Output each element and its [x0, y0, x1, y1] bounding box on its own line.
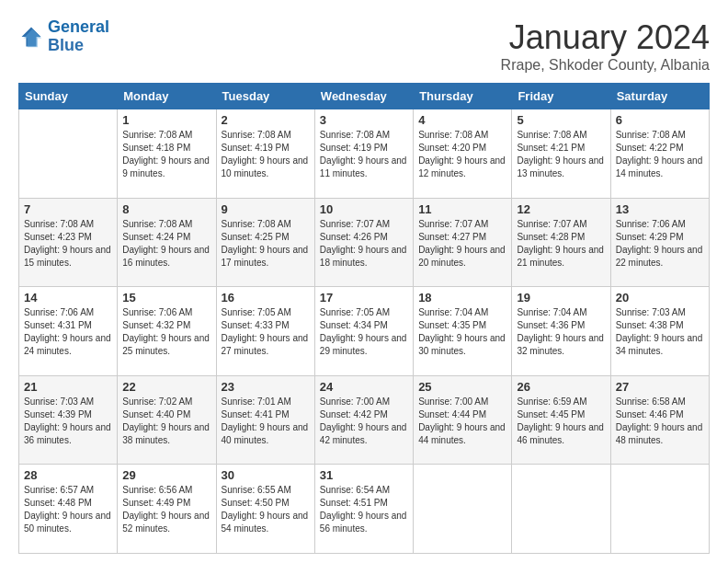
- calendar-cell: 1Sunrise: 7:08 AMSunset: 4:18 PMDaylight…: [118, 109, 216, 199]
- page: General Blue January 2024 Rrape, Shkoder…: [0, 0, 728, 563]
- day-number: 25: [418, 380, 506, 394]
- day-number: 13: [616, 202, 704, 216]
- day-number: 20: [616, 291, 704, 304]
- day-info: Sunrise: 7:03 AMSunset: 4:38 PMDaylight:…: [616, 306, 704, 358]
- day-number: 15: [122, 291, 210, 304]
- day-number: 17: [320, 291, 408, 304]
- calendar-cell: 19Sunrise: 7:04 AMSunset: 4:36 PMDayligh…: [512, 287, 610, 376]
- calendar-cell: 23Sunrise: 7:01 AMSunset: 4:41 PMDayligh…: [216, 375, 314, 465]
- day-info: Sunrise: 7:00 AMSunset: 4:44 PMDaylight:…: [418, 396, 506, 447]
- day-header-saturday: Saturday: [610, 84, 709, 109]
- day-header-friday: Friday: [512, 84, 610, 109]
- calendar-cell: 16Sunrise: 7:05 AMSunset: 4:33 PMDayligh…: [216, 287, 314, 376]
- day-info: Sunrise: 7:05 AMSunset: 4:34 PMDaylight:…: [320, 306, 408, 358]
- calendar-cell: 30Sunrise: 6:55 AMSunset: 4:50 PMDayligh…: [216, 465, 314, 554]
- day-info: Sunrise: 6:58 AMSunset: 4:46 PMDaylight:…: [616, 396, 704, 447]
- calendar-cell: [512, 465, 610, 554]
- day-info: Sunrise: 6:54 AMSunset: 4:51 PMDaylight:…: [320, 484, 408, 535]
- day-info: Sunrise: 7:00 AMSunset: 4:42 PMDaylight:…: [320, 396, 408, 447]
- day-info: Sunrise: 7:08 AMSunset: 4:20 PMDaylight:…: [418, 129, 506, 180]
- day-number: 31: [320, 468, 408, 482]
- logo-general: General: [48, 17, 109, 36]
- day-number: 8: [122, 202, 210, 216]
- calendar-cell: 22Sunrise: 7:02 AMSunset: 4:40 PMDayligh…: [118, 375, 216, 465]
- day-number: 22: [122, 380, 210, 394]
- calendar-cell: 14Sunrise: 7:06 AMSunset: 4:31 PMDayligh…: [19, 287, 118, 376]
- day-info: Sunrise: 7:04 AMSunset: 4:35 PMDaylight:…: [418, 306, 506, 358]
- calendar-week-row: 21Sunrise: 7:03 AMSunset: 4:39 PMDayligh…: [19, 375, 710, 465]
- logo-icon: [18, 24, 44, 50]
- header: General Blue January 2024 Rrape, Shkoder…: [18, 18, 710, 74]
- calendar-week-row: 14Sunrise: 7:06 AMSunset: 4:31 PMDayligh…: [19, 287, 710, 376]
- day-number: 16: [222, 291, 310, 304]
- day-info: Sunrise: 7:08 AMSunset: 4:19 PMDaylight:…: [222, 129, 310, 180]
- day-number: 11: [418, 202, 506, 216]
- day-info: Sunrise: 7:01 AMSunset: 4:41 PMDaylight:…: [222, 396, 310, 447]
- day-number: 3: [320, 113, 408, 127]
- calendar-cell: 17Sunrise: 7:05 AMSunset: 4:34 PMDayligh…: [314, 287, 413, 376]
- day-number: 2: [222, 113, 310, 127]
- calendar-cell: 8Sunrise: 7:08 AMSunset: 4:24 PMDaylight…: [118, 198, 216, 287]
- day-info: Sunrise: 7:03 AMSunset: 4:39 PMDaylight:…: [24, 396, 112, 447]
- day-info: Sunrise: 7:08 AMSunset: 4:21 PMDaylight:…: [517, 129, 605, 180]
- calendar-cell: 18Sunrise: 7:04 AMSunset: 4:35 PMDayligh…: [414, 287, 512, 376]
- day-number: 4: [418, 113, 506, 127]
- day-info: Sunrise: 7:04 AMSunset: 4:36 PMDaylight:…: [517, 306, 605, 358]
- calendar-cell: 26Sunrise: 6:59 AMSunset: 4:45 PMDayligh…: [512, 375, 610, 465]
- day-info: Sunrise: 7:08 AMSunset: 4:22 PMDaylight:…: [616, 129, 704, 180]
- calendar-cell: 9Sunrise: 7:08 AMSunset: 4:25 PMDaylight…: [216, 198, 314, 287]
- month-title: January 2024: [501, 18, 710, 57]
- calendar-cell: 11Sunrise: 7:07 AMSunset: 4:27 PMDayligh…: [414, 198, 512, 287]
- calendar-cell: 27Sunrise: 6:58 AMSunset: 4:46 PMDayligh…: [610, 375, 709, 465]
- day-number: 29: [122, 468, 210, 482]
- calendar-cell: 31Sunrise: 6:54 AMSunset: 4:51 PMDayligh…: [314, 465, 413, 554]
- day-info: Sunrise: 7:07 AMSunset: 4:28 PMDaylight:…: [517, 218, 605, 270]
- day-info: Sunrise: 7:06 AMSunset: 4:29 PMDaylight:…: [616, 218, 704, 270]
- logo: General Blue: [18, 18, 109, 55]
- day-number: 21: [24, 380, 112, 394]
- calendar-cell: [414, 465, 512, 554]
- day-number: 19: [517, 291, 605, 304]
- calendar-week-row: 7Sunrise: 7:08 AMSunset: 4:23 PMDaylight…: [19, 198, 710, 287]
- day-info: Sunrise: 7:02 AMSunset: 4:40 PMDaylight:…: [122, 396, 210, 447]
- day-info: Sunrise: 6:57 AMSunset: 4:48 PMDaylight:…: [24, 484, 112, 535]
- calendar-cell: 5Sunrise: 7:08 AMSunset: 4:21 PMDaylight…: [512, 109, 610, 199]
- calendar-header-row: SundayMondayTuesdayWednesdayThursdayFrid…: [19, 84, 710, 109]
- day-info: Sunrise: 7:07 AMSunset: 4:26 PMDaylight:…: [320, 218, 408, 270]
- day-header-monday: Monday: [118, 84, 216, 109]
- day-number: 1: [122, 113, 210, 127]
- day-number: 24: [320, 380, 408, 394]
- day-info: Sunrise: 6:59 AMSunset: 4:45 PMDaylight:…: [517, 396, 605, 447]
- title-block: January 2024 Rrape, Shkoder County, Alba…: [501, 18, 710, 74]
- calendar-cell: 15Sunrise: 7:06 AMSunset: 4:32 PMDayligh…: [118, 287, 216, 376]
- calendar-week-row: 28Sunrise: 6:57 AMSunset: 4:48 PMDayligh…: [19, 465, 710, 554]
- day-number: 14: [24, 291, 112, 304]
- day-number: 18: [418, 291, 506, 304]
- day-number: 9: [222, 202, 310, 216]
- calendar-cell: 4Sunrise: 7:08 AMSunset: 4:20 PMDaylight…: [414, 109, 512, 199]
- day-info: Sunrise: 7:08 AMSunset: 4:19 PMDaylight:…: [320, 129, 408, 180]
- calendar-cell: 3Sunrise: 7:08 AMSunset: 4:19 PMDaylight…: [314, 109, 413, 199]
- day-info: Sunrise: 6:55 AMSunset: 4:50 PMDaylight:…: [222, 484, 310, 535]
- logo-text: General Blue: [48, 18, 109, 55]
- logo-blue: Blue: [48, 36, 84, 54]
- calendar-cell: 24Sunrise: 7:00 AMSunset: 4:42 PMDayligh…: [314, 375, 413, 465]
- day-header-tuesday: Tuesday: [216, 84, 314, 109]
- calendar-cell: 7Sunrise: 7:08 AMSunset: 4:23 PMDaylight…: [19, 198, 118, 287]
- day-number: 12: [517, 202, 605, 216]
- calendar-cell: 2Sunrise: 7:08 AMSunset: 4:19 PMDaylight…: [216, 109, 314, 199]
- calendar-table: SundayMondayTuesdayWednesdayThursdayFrid…: [18, 83, 710, 554]
- day-info: Sunrise: 6:56 AMSunset: 4:49 PMDaylight:…: [122, 484, 210, 535]
- day-number: 30: [222, 468, 310, 482]
- calendar-cell: 13Sunrise: 7:06 AMSunset: 4:29 PMDayligh…: [610, 198, 709, 287]
- calendar-cell: 28Sunrise: 6:57 AMSunset: 4:48 PMDayligh…: [19, 465, 118, 554]
- calendar-cell: 21Sunrise: 7:03 AMSunset: 4:39 PMDayligh…: [19, 375, 118, 465]
- day-info: Sunrise: 7:05 AMSunset: 4:33 PMDaylight:…: [222, 306, 310, 358]
- day-info: Sunrise: 7:08 AMSunset: 4:25 PMDaylight:…: [222, 218, 310, 270]
- day-info: Sunrise: 7:08 AMSunset: 4:24 PMDaylight:…: [122, 218, 210, 270]
- calendar-cell: 6Sunrise: 7:08 AMSunset: 4:22 PMDaylight…: [610, 109, 709, 199]
- calendar-week-row: 1Sunrise: 7:08 AMSunset: 4:18 PMDaylight…: [19, 109, 710, 199]
- day-info: Sunrise: 7:06 AMSunset: 4:31 PMDaylight:…: [24, 306, 112, 358]
- day-number: 5: [517, 113, 605, 127]
- day-header-sunday: Sunday: [19, 84, 118, 109]
